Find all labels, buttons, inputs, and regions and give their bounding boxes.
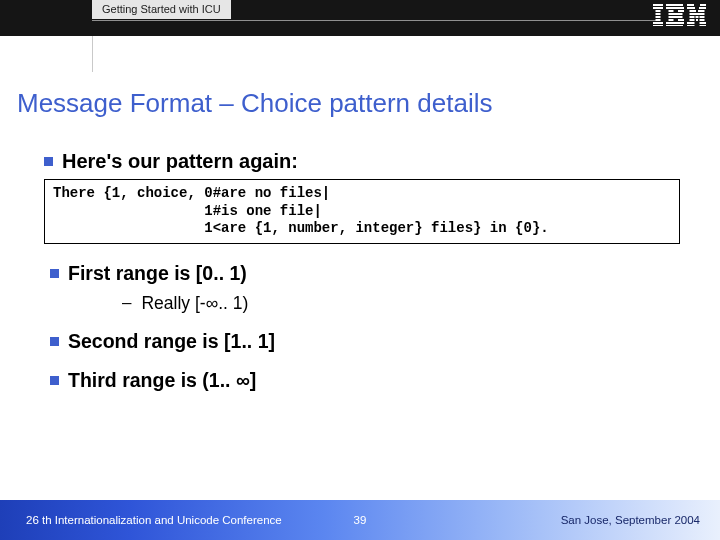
- header-vertical-rule: [92, 36, 93, 72]
- svg-rect-34: [700, 25, 707, 26]
- ibm-logo-icon: [653, 4, 706, 26]
- dash-icon: –: [122, 293, 131, 313]
- slide: Getting Started with ICU: [0, 0, 720, 540]
- svg-rect-18: [687, 4, 694, 6]
- header-tab: Getting Started with ICU: [92, 0, 231, 19]
- bullet-second: Second range is [1.. 1]: [50, 330, 690, 353]
- svg-rect-2: [656, 10, 661, 12]
- svg-rect-20: [687, 7, 695, 9]
- bullet-second-text: Second range is [1.. 1]: [68, 330, 275, 353]
- sub-bullet-first: – Really [-∞.. 1): [122, 293, 690, 314]
- svg-rect-31: [687, 22, 695, 24]
- bullet-third-text: Third range is (1.. ∞]: [68, 369, 256, 392]
- svg-rect-33: [687, 25, 695, 26]
- svg-rect-10: [669, 10, 674, 12]
- header-tab-label: Getting Started with ICU: [102, 3, 221, 15]
- footer-right: San Jose, September 2004: [561, 514, 700, 526]
- svg-rect-5: [656, 19, 661, 21]
- svg-rect-1: [653, 7, 663, 9]
- svg-rect-0: [653, 4, 663, 6]
- svg-rect-6: [653, 22, 663, 24]
- bullet-intro: Here's our pattern again:: [44, 150, 690, 173]
- code-box: There {1, choice, 0#are no files| 1#is o…: [44, 179, 680, 244]
- svg-rect-26: [696, 16, 699, 18]
- svg-rect-22: [690, 10, 697, 12]
- svg-rect-13: [669, 16, 683, 18]
- svg-rect-9: [666, 7, 684, 9]
- svg-rect-15: [678, 19, 684, 21]
- header-bar: Getting Started with ICU: [0, 0, 720, 36]
- footer-page-number: 39: [354, 514, 367, 526]
- svg-rect-29: [696, 19, 698, 21]
- bullet-square-icon: [50, 337, 59, 346]
- svg-rect-11: [678, 10, 684, 12]
- bullet-square-icon: [50, 376, 59, 385]
- bullet-square-icon: [50, 269, 59, 278]
- svg-rect-12: [669, 13, 683, 15]
- svg-rect-3: [656, 13, 661, 15]
- svg-rect-23: [698, 10, 705, 12]
- content-area: Here's our pattern again: There {1, choi…: [44, 150, 690, 408]
- sub-bullet-first-text: Really [-∞.. 1): [141, 293, 248, 314]
- header-rule: [92, 20, 660, 21]
- bullet-square-icon: [44, 157, 53, 166]
- bullet-third: Third range is (1.. ∞]: [50, 369, 690, 392]
- svg-rect-32: [700, 22, 707, 24]
- svg-rect-14: [669, 19, 674, 21]
- bullet-first: First range is [0.. 1) – Really [-∞.. 1): [50, 262, 690, 314]
- svg-rect-4: [656, 16, 661, 18]
- bullet-intro-text: Here's our pattern again:: [62, 150, 298, 173]
- footer: 26 th Internationalization and Unicode C…: [0, 500, 720, 540]
- footer-left: 26 th Internationalization and Unicode C…: [26, 514, 282, 526]
- svg-rect-25: [690, 16, 695, 18]
- svg-rect-30: [700, 19, 705, 21]
- svg-rect-17: [666, 25, 683, 26]
- svg-rect-27: [700, 16, 705, 18]
- slide-title: Message Format – Choice pattern details: [17, 88, 492, 119]
- svg-rect-21: [699, 7, 706, 9]
- svg-rect-8: [666, 4, 683, 6]
- svg-rect-28: [690, 19, 695, 21]
- svg-rect-19: [700, 4, 706, 6]
- svg-rect-16: [666, 22, 684, 24]
- svg-rect-24: [690, 13, 705, 15]
- bullet-first-text: First range is [0.. 1): [68, 262, 690, 285]
- svg-rect-7: [653, 25, 663, 26]
